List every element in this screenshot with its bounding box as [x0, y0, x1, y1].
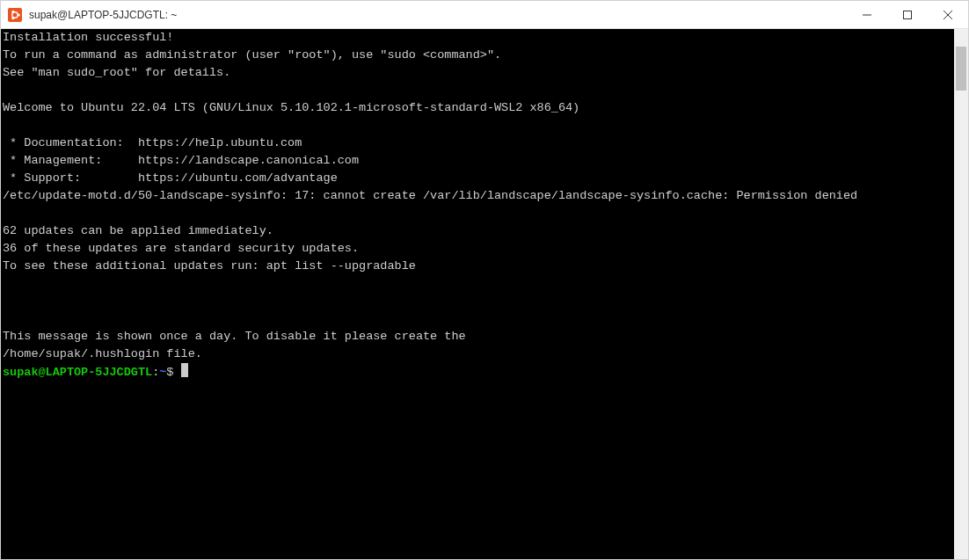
terminal-line: 36 of these updates are standard securit…	[3, 240, 952, 258]
terminal-line: To run a command as administrator (user …	[3, 47, 952, 64]
maximize-button[interactable]	[887, 1, 928, 28]
svg-point-4	[11, 17, 14, 19]
prompt-symbol: $	[166, 366, 180, 379]
terminal-line: /home/supak/.hushlogin file.	[3, 345, 952, 363]
terminal-line: /etc/update-motd.d/50-landscape-sysinfo:…	[3, 187, 952, 205]
terminal-line	[3, 117, 952, 135]
terminal-line	[3, 275, 952, 293]
window-title: supak@LAPTOP-5JJCDGTL: ~	[29, 9, 847, 21]
prompt-userhost: supak@LAPTOP-5JJCDGTL	[3, 366, 152, 379]
svg-rect-5	[904, 11, 912, 18]
scrollbar-thumb[interactable]	[956, 47, 966, 91]
terminal-line: To see these additional updates run: apt…	[3, 258, 952, 275]
terminal-line: This message is shown once a day. To dis…	[3, 328, 952, 345]
terminal-line: Installation successful!	[3, 29, 952, 47]
terminal-prompt[interactable]: supak@LAPTOP-5JJCDGTL:~$	[3, 363, 952, 382]
terminal-line: * Management: https://landscape.canonica…	[3, 152, 952, 170]
terminal-line	[3, 310, 952, 328]
window-controls	[847, 1, 968, 28]
terminal-area: Installation successful!To run a command…	[1, 29, 968, 559]
terminal-line	[3, 293, 952, 310]
terminal-line	[3, 82, 952, 99]
minimize-button[interactable]	[847, 1, 887, 28]
scrollbar-track[interactable]	[954, 29, 968, 559]
terminal-line: 62 updates can be applied immediately.	[3, 222, 952, 240]
terminal-line	[3, 205, 952, 222]
terminal-line: See "man sudo_root" for details.	[3, 64, 952, 82]
terminal-output[interactable]: Installation successful!To run a command…	[1, 29, 954, 559]
terminal-line: * Documentation: https://help.ubuntu.com	[3, 135, 952, 152]
close-button[interactable]	[928, 1, 968, 28]
terminal-window: supak@LAPTOP-5JJCDGTL: ~ Installation su…	[0, 0, 969, 560]
titlebar[interactable]: supak@LAPTOP-5JJCDGTL: ~	[1, 1, 968, 29]
cursor	[181, 363, 188, 377]
terminal-line: Welcome to Ubuntu 22.04 LTS (GNU/Linux 5…	[3, 99, 952, 117]
terminal-line: * Support: https://ubuntu.com/advantage	[3, 170, 952, 187]
svg-point-3	[11, 10, 14, 12]
ubuntu-icon	[8, 8, 22, 22]
svg-point-2	[18, 13, 20, 16]
